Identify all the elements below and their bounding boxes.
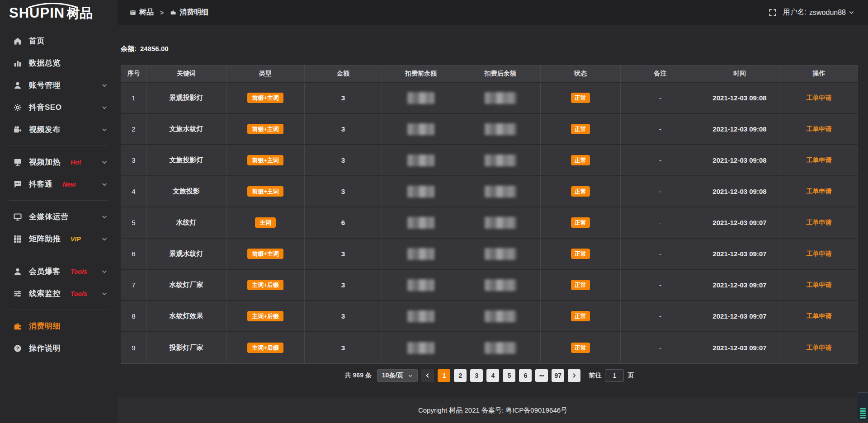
balance-label: 余额:	[121, 45, 137, 52]
chevron-down-icon	[101, 82, 108, 89]
goto-page: 前往 页	[589, 369, 634, 382]
page-button-4[interactable]: 4	[486, 369, 499, 382]
page-button-2[interactable]: 2	[454, 369, 467, 382]
status-badge: 正常	[571, 217, 590, 228]
work-order-link[interactable]: 工单申请	[807, 188, 832, 196]
page-button-1[interactable]: 1	[438, 369, 450, 382]
sidebar: SHUPIN树品 首页数据总览账号管理抖音SEO视频发布视频加热Hot抖客通Ne…	[0, 0, 118, 423]
page-size-value: 10条/页	[382, 371, 403, 380]
sidebar-item-账号管理[interactable]: 账号管理	[0, 74, 118, 96]
page-button-6[interactable]: 6	[519, 369, 532, 382]
cell-action: 工单申请	[779, 176, 859, 207]
cell-action: 工单申请	[779, 301, 859, 331]
sidebar-item-label: 操作说明	[29, 343, 61, 353]
next-page-button[interactable]	[568, 369, 580, 382]
breadcrumb-item-root[interactable]: 树品	[139, 8, 154, 17]
sidebar-item-视频加热[interactable]: 视频加热Hot	[0, 151, 118, 173]
cell-index: 3	[121, 145, 146, 175]
work-order-link[interactable]: 工单申请	[807, 312, 832, 320]
pagination-ellipsis[interactable]: •••	[535, 369, 548, 382]
sidebar-divider	[9, 310, 108, 310]
cell-type: 前缀+主词	[226, 239, 305, 269]
cell-amount: 3	[305, 176, 382, 207]
page-size-select[interactable]: 10条/页	[377, 369, 418, 382]
type-badge: 主词+后缀	[247, 343, 283, 353]
cell-remark: -	[621, 270, 700, 300]
grid-icon	[14, 235, 22, 243]
footer: Copyright 树品 2021 备案号: 粤ICP备09019646号	[118, 398, 868, 423]
chevron-down-icon	[101, 181, 108, 188]
chat-icon	[14, 180, 22, 188]
cell-action: 工单申请	[779, 270, 859, 300]
column-header-扣费前余额: 扣费前余额	[382, 66, 460, 82]
status-badge: 正常	[571, 155, 590, 165]
user-menu[interactable]: 用户名: zswodun88	[783, 8, 854, 17]
cell-balance-after	[460, 301, 541, 331]
cell-keyword: 文旅投影灯	[146, 145, 226, 175]
sidebar-item-抖客通[interactable]: 抖客通New	[0, 173, 118, 195]
sidebar-item-首页[interactable]: 首页	[0, 30, 118, 52]
sidebar-item-操作说明[interactable]: ?操作说明	[0, 337, 118, 359]
cell-balance-after	[460, 176, 541, 207]
cell-amount: 3	[305, 83, 382, 113]
sidebar-item-视频发布[interactable]: 视频发布	[0, 118, 118, 141]
blurred-value	[407, 279, 434, 291]
sidebar-item-会员爆客[interactable]: 会员爆客Tools	[0, 260, 118, 282]
work-order-link[interactable]: 工单申请	[807, 219, 832, 227]
sidebar-item-消费明细[interactable]: 消费明细	[0, 315, 118, 337]
type-badge: 前缀+主词	[247, 124, 283, 134]
cell-index: 2	[121, 114, 146, 144]
page-button-5[interactable]: 5	[503, 369, 515, 382]
column-header-关键词: 关键词	[146, 66, 226, 82]
sidebar-item-抖音SEO[interactable]: 抖音SEO	[0, 96, 118, 118]
work-order-link[interactable]: 工单申请	[807, 344, 832, 352]
blurred-value	[485, 186, 516, 197]
cell-amount: 3	[305, 239, 382, 269]
cell-amount: 3	[305, 332, 382, 363]
column-header-备注: 备注	[621, 66, 700, 82]
cell-action: 工单申请	[779, 332, 859, 363]
content-area: 余额:24856.00 序号关键词类型金额扣费前余额扣费后余额状态备注时间操作 …	[118, 25, 868, 398]
chevron-down-icon	[101, 104, 108, 111]
wallet-icon	[14, 322, 22, 330]
balance: 余额:24856.00	[121, 45, 858, 53]
page-button-3[interactable]: 3	[470, 369, 483, 382]
cell-status: 正常	[541, 301, 621, 331]
goto-page-input[interactable]	[605, 369, 624, 382]
sidebar-item-tag: Hot	[71, 159, 81, 166]
sidebar-item-全媒体运营[interactable]: 全媒体运营	[0, 206, 118, 228]
fullscreen-icon[interactable]	[769, 9, 777, 17]
sidebar-item-label: 抖音SEO	[29, 102, 61, 113]
sidebar-item-数据总览[interactable]: 数据总览	[0, 52, 118, 74]
cell-remark: -	[621, 145, 700, 175]
breadcrumb-wallet-icon	[170, 9, 176, 16]
cell-balance-before	[382, 239, 460, 269]
svg-text:?: ?	[16, 345, 19, 351]
table-row: 3文旅投影灯前缀+主词3正常-2021-12-03 09:08工单申请	[121, 145, 858, 176]
blurred-value	[485, 342, 516, 354]
floating-widget[interactable]	[857, 392, 868, 421]
status-badge: 正常	[571, 124, 590, 134]
sidebar-item-label: 数据总览	[29, 58, 61, 68]
cell-amount: 3	[305, 270, 382, 300]
work-order-link[interactable]: 工单申请	[807, 125, 832, 133]
monitor-icon	[14, 213, 22, 221]
blurred-value	[485, 310, 516, 322]
goto-suffix: 页	[627, 371, 634, 380]
cell-amount: 6	[305, 207, 382, 238]
work-order-link[interactable]: 工单申请	[807, 156, 832, 164]
prev-page-button[interactable]	[421, 369, 434, 382]
chevron-down-icon	[101, 236, 108, 242]
cell-remark: -	[621, 176, 700, 207]
page-button-97[interactable]: 97	[552, 369, 564, 382]
sidebar-item-矩阵助推[interactable]: 矩阵助推VIP	[0, 228, 118, 250]
blurred-value	[407, 217, 434, 229]
table-row: 4文旅投影前缀+主词3正常-2021-12-03 09:08工单申请	[121, 176, 858, 207]
status-badge: 正常	[571, 93, 590, 103]
cell-balance-before	[382, 207, 460, 238]
work-order-link[interactable]: 工单申请	[807, 94, 832, 102]
chevron-down-icon	[849, 9, 854, 15]
sidebar-item-线索监控[interactable]: 线索监控Tools	[0, 282, 118, 305]
work-order-link[interactable]: 工单申请	[807, 281, 832, 289]
work-order-link[interactable]: 工单申请	[807, 250, 832, 258]
